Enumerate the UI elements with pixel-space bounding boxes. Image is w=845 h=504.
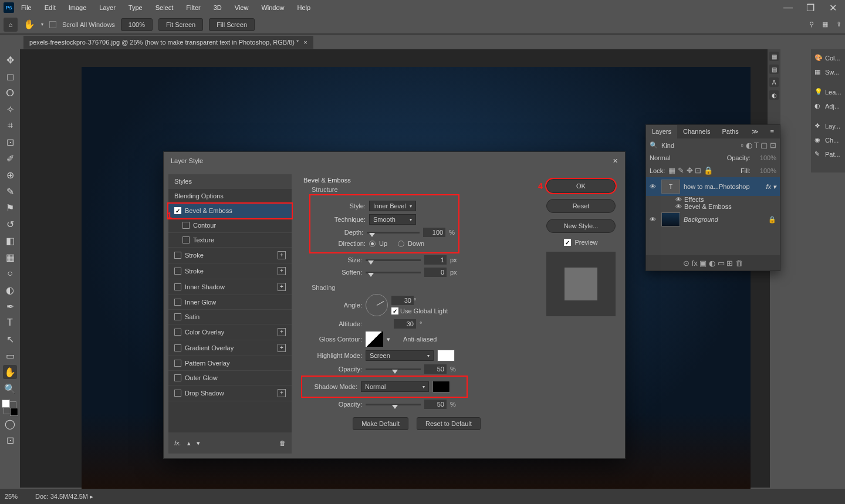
up-icon[interactable]: ▴ xyxy=(187,439,191,447)
soften-input[interactable] xyxy=(424,268,447,277)
new-style-button[interactable]: New Style... xyxy=(546,219,616,233)
hl-opacity-slider[interactable] xyxy=(366,368,421,370)
crop-tool[interactable]: ⌗ xyxy=(3,119,17,133)
size-slider[interactable] xyxy=(366,259,421,261)
texture-item[interactable]: Texture xyxy=(168,233,292,248)
document-tab[interactable]: pexels-freestockpro-376706.jpg @ 25% (ho… xyxy=(23,36,313,49)
fill-screen-button[interactable]: Fill Screen xyxy=(209,18,255,31)
arrange-icon[interactable]: ▦ xyxy=(822,21,828,28)
learn-panel[interactable]: 💡Lea... xyxy=(813,86,843,99)
gradient-tool[interactable]: ▦ xyxy=(3,250,17,264)
global-light-checkbox[interactable]: ✓ xyxy=(391,307,398,314)
shape-tool[interactable]: ▭ xyxy=(3,349,17,363)
frame-tool[interactable]: ⊡ xyxy=(3,135,17,149)
zoom-tool[interactable]: 🔍 xyxy=(3,381,17,395)
visibility-icon[interactable]: 👁 xyxy=(650,183,658,190)
swatches-panel[interactable]: ▦Sw... xyxy=(813,66,843,79)
path-tool[interactable]: ↖ xyxy=(3,332,17,346)
menu-type[interactable]: Type xyxy=(123,2,148,13)
menu-window[interactable]: Window xyxy=(255,2,290,13)
panel-icon[interactable]: ▦ xyxy=(769,52,779,61)
eyedropper-tool[interactable]: ✐ xyxy=(3,151,17,165)
fx-icon[interactable]: fx. xyxy=(174,439,181,447)
menu-layer[interactable]: Layer xyxy=(93,2,121,13)
opacity-value[interactable]: 100% xyxy=(754,154,776,161)
scroll-all-checkbox[interactable] xyxy=(49,21,56,28)
shadow-mode-select[interactable]: Normal▾ xyxy=(361,381,429,392)
stamp-tool[interactable]: ⚑ xyxy=(3,201,17,215)
stroke-item[interactable]: Stroke+ xyxy=(168,248,292,263)
reset-default-button[interactable]: Reset to Default xyxy=(417,417,481,430)
layer-background[interactable]: 👁 Background 🔒 xyxy=(646,210,780,229)
highlight-mode-select[interactable]: Screen▾ xyxy=(366,350,434,361)
color-overlay-item[interactable]: Color Overlay+ xyxy=(168,324,292,340)
gradient-overlay-item[interactable]: Gradient Overlay+ xyxy=(168,340,292,356)
sh-opacity-input[interactable] xyxy=(424,400,447,409)
hand-icon[interactable]: ✋ xyxy=(23,19,35,30)
tab-close-icon[interactable]: × xyxy=(303,39,307,46)
layer-text[interactable]: 👁 T how to ma...Photoshop fx ▾ xyxy=(646,177,780,196)
depth-slider[interactable] xyxy=(367,232,420,234)
bevel-emboss-item[interactable]: ✓Bevel & Emboss xyxy=(168,204,292,218)
outer-glow-item[interactable]: Outer Glow xyxy=(168,371,292,385)
styles-header[interactable]: Styles xyxy=(168,174,292,189)
brush-tool[interactable]: ✎ xyxy=(3,184,17,198)
make-default-button[interactable]: Make Default xyxy=(353,417,408,430)
quick-select-tool[interactable]: ✧ xyxy=(3,102,17,116)
pattern-overlay-item[interactable]: Pattern Overlay xyxy=(168,356,292,371)
maximize-button[interactable]: ❐ xyxy=(802,2,819,13)
panel-icon[interactable]: ▤ xyxy=(769,65,779,74)
type-tool[interactable]: T xyxy=(3,316,17,330)
color-panel[interactable]: 🎨Col... xyxy=(813,52,843,65)
reset-button[interactable]: Reset xyxy=(546,199,616,213)
visibility-icon[interactable]: 👁 xyxy=(650,216,658,223)
search-icon[interactable]: ⚲ xyxy=(809,21,814,28)
collapse-icon[interactable]: ≫ xyxy=(746,125,765,138)
hand-tool[interactable]: ✋ xyxy=(3,365,17,379)
home-icon[interactable]: ⌂ xyxy=(4,18,18,32)
panel-icon[interactable]: A xyxy=(769,77,779,87)
zoom-button[interactable]: 100% xyxy=(121,18,153,31)
menu-edit[interactable]: Edit xyxy=(39,2,62,13)
menu-filter[interactable]: Filter xyxy=(180,2,206,13)
screen-mode[interactable]: ⊡ xyxy=(3,433,17,447)
direction-up-radio[interactable] xyxy=(369,241,376,247)
style-select[interactable]: Inner Bevel▾ xyxy=(369,201,416,211)
menu-image[interactable]: Image xyxy=(63,2,93,13)
menu-help[interactable]: Help xyxy=(292,2,317,13)
healing-tool[interactable]: ⊕ xyxy=(3,168,17,182)
channels-tab[interactable]: Channels xyxy=(677,125,716,138)
ok-button[interactable]: OK xyxy=(546,179,616,193)
highlight-color[interactable] xyxy=(437,350,455,361)
menu-file[interactable]: File xyxy=(15,2,38,13)
paths-tab[interactable]: ✎Pat... xyxy=(813,148,843,161)
drop-shadow-item[interactable]: Drop Shadow+ xyxy=(168,385,292,401)
lasso-tool[interactable]: ⵔ xyxy=(3,86,17,100)
blur-tool[interactable]: ○ xyxy=(3,266,17,280)
direction-down-radio[interactable] xyxy=(398,241,404,247)
satin-item[interactable]: Satin xyxy=(168,310,292,324)
dialog-close-icon[interactable]: ✕ xyxy=(613,157,618,165)
menu-view[interactable]: View xyxy=(229,2,255,13)
channels-tab[interactable]: ◉Ch... xyxy=(813,134,843,147)
shadow-color[interactable] xyxy=(432,381,450,393)
menu-select[interactable]: Select xyxy=(150,2,180,13)
fill-value[interactable]: 100% xyxy=(754,167,776,174)
fit-screen-button[interactable]: Fit Screen xyxy=(158,18,203,31)
close-button[interactable]: ✕ xyxy=(824,2,841,13)
blending-options[interactable]: Blending Options xyxy=(168,189,292,204)
color-swatches[interactable] xyxy=(4,401,16,414)
menu-icon[interactable]: ≡ xyxy=(765,125,780,138)
menu-3d[interactable]: 3D xyxy=(208,2,228,13)
preview-checkbox[interactable]: ✓ xyxy=(564,239,571,246)
size-input[interactable] xyxy=(424,255,447,265)
altitude-input[interactable] xyxy=(394,319,416,329)
angle-input[interactable] xyxy=(391,296,414,305)
contour-item[interactable]: Contour xyxy=(168,218,292,233)
stroke-item-2[interactable]: Stroke+ xyxy=(168,263,292,279)
gloss-contour-picker[interactable] xyxy=(366,332,383,347)
move-tool[interactable]: ✥ xyxy=(3,53,17,67)
pen-tool[interactable]: ✒ xyxy=(3,299,17,313)
trash-icon[interactable]: 🗑 xyxy=(279,439,286,447)
share-icon[interactable]: ⇪ xyxy=(836,21,841,28)
